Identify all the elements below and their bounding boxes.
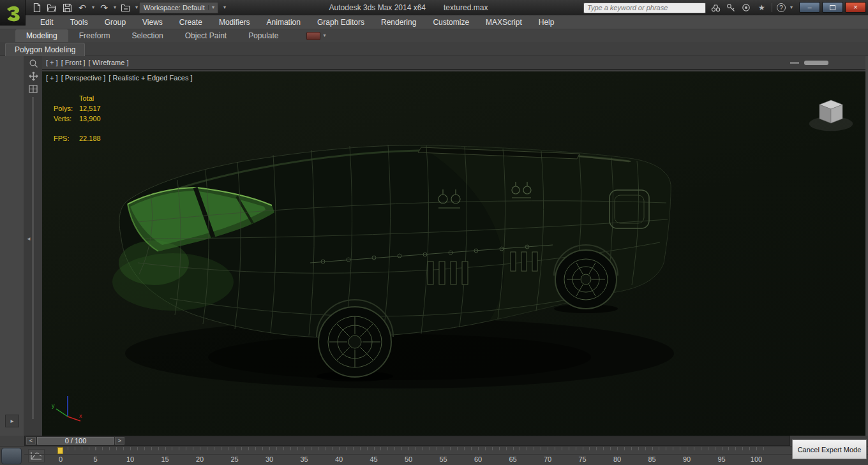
maximize-button[interactable]	[822, 2, 843, 13]
time-slider-bar: < 0 / 100 >	[0, 436, 868, 446]
maximize-viewport-icon[interactable]	[27, 57, 40, 69]
front-view-menu[interactable]: [ Front ]	[61, 59, 86, 66]
menu-modifiers[interactable]: Modifiers	[211, 15, 258, 29]
trackbar-tick-15: 15	[161, 455, 168, 463]
project-folder-caret-icon[interactable]: ▾	[135, 5, 138, 10]
trackbar-tick-5: 5	[93, 455, 97, 463]
mini-curve-editor-button[interactable]	[28, 449, 45, 462]
viewport-divider-handle[interactable]	[804, 61, 828, 65]
infocenter-separator	[772, 3, 772, 12]
stats-polys-value: 12,517	[79, 103, 101, 114]
perspective-view-menu[interactable]: [ Perspective ]	[61, 74, 106, 82]
undo-history-caret-icon[interactable]: ▾	[92, 5, 94, 10]
perspective-viewport[interactable]: [ + ] [ Perspective ] [ Realistic + Edge…	[42, 71, 865, 436]
help-caret-icon[interactable]: ▾	[790, 5, 793, 10]
menu-animation[interactable]: Animation	[258, 15, 309, 29]
redo-icon[interactable]: ↷	[98, 2, 110, 13]
expand-panel-button[interactable]: ►	[5, 415, 19, 427]
ribbon-tab-freeform[interactable]: Freeform	[68, 29, 121, 42]
trackbar-tick-40: 40	[335, 455, 343, 463]
menu-create[interactable]: Create	[171, 15, 211, 29]
populate-flyout-caret-icon: ▾	[324, 33, 326, 38]
perspective-shading-menu[interactable]: [ Realistic + Edged Faces ]	[108, 74, 192, 82]
stats-fps-label: FPS:	[54, 133, 79, 144]
project-folder-icon[interactable]	[120, 2, 131, 13]
front-maximize-menu[interactable]: [ + ]	[46, 59, 58, 66]
trackbar-tick-20: 20	[196, 455, 204, 463]
ribbon-tab-populate[interactable]: Populate	[237, 29, 289, 42]
ribbon-tab-selection[interactable]: Selection	[121, 29, 174, 42]
trackbar-tick-50: 50	[405, 455, 412, 463]
close-button[interactable]: ×	[845, 2, 866, 13]
viewport-statistics: Total Polys:12,517 Verts:13,900 FPS:22.1…	[54, 93, 101, 144]
window-title: Autodesk 3ds Max 2014 x64 textured.max	[243, 0, 574, 15]
viewport-divider-dash	[790, 62, 799, 64]
menu-customize[interactable]: Customize	[424, 15, 477, 29]
x-axis	[68, 417, 80, 421]
redo-history-caret-icon[interactable]: ▾	[114, 5, 116, 10]
menu-group[interactable]: Group	[96, 15, 134, 29]
toolbar-overflow-caret-icon[interactable]: ▾	[223, 5, 226, 10]
pan-view-icon[interactable]	[27, 70, 40, 82]
layout-tabs-scrollbar[interactable]	[32, 97, 34, 419]
ribbon-tab-object-paint[interactable]: Object Paint	[174, 29, 237, 42]
time-slider-track[interactable]: < 0 / 100 >	[24, 436, 790, 446]
cancel-expert-mode-button[interactable]: Cancel Expert Mode	[792, 439, 867, 459]
viewport-area: [ + ] [ Front ] [ Wireframe ]	[42, 56, 865, 436]
stats-total-label: Total	[79, 93, 101, 103]
trackbar-tick-80: 80	[613, 455, 621, 463]
perspective-maximize-menu[interactable]: [ + ]	[46, 74, 58, 82]
y-axis	[56, 409, 68, 417]
save-file-icon[interactable]	[61, 2, 73, 13]
stats-verts-label: Verts:	[54, 114, 79, 124]
menu-maxscript[interactable]: MAXScript	[477, 15, 530, 29]
trackbar-tick-85: 85	[648, 455, 655, 463]
front-viewport[interactable]: [ + ] [ Front ] [ Wireframe ]	[42, 56, 865, 70]
workspace-dropdown[interactable]: Workspace: Default ▾	[139, 2, 218, 13]
viewcube[interactable]	[807, 93, 855, 133]
open-file-name: textured.max	[444, 3, 488, 12]
window-controls: – ×	[799, 2, 866, 13]
minimize-button[interactable]: –	[799, 2, 820, 13]
search-binoculars-icon[interactable]	[710, 3, 721, 13]
menu-views[interactable]: Views	[134, 15, 171, 29]
undo-icon[interactable]: ↶	[77, 2, 88, 13]
track-bar[interactable]: 0510152025303540455055606570758085909510…	[0, 446, 868, 465]
layout-tabs-arrow-icon[interactable]: ◄	[26, 236, 31, 242]
stats-fps-value: 22.188	[79, 133, 101, 144]
populate-flyout[interactable]: ▾	[306, 29, 326, 42]
ribbon-tab-modeling[interactable]: Modeling	[15, 29, 68, 42]
menu-rendering[interactable]: Rendering	[373, 15, 424, 29]
stats-verts-value: 13,900	[79, 114, 101, 124]
world-axis-gizmo: y x	[51, 391, 84, 423]
subscription-center-icon[interactable]	[726, 3, 737, 13]
trackbar-tick-90: 90	[683, 455, 691, 463]
tab-polygon-modeling[interactable]: Polygon Modeling	[5, 43, 85, 56]
front-shading-menu[interactable]: [ Wireframe ]	[89, 59, 129, 66]
menu-edit[interactable]: Edit	[32, 15, 62, 29]
new-file-icon[interactable]	[31, 2, 42, 13]
menu-tools[interactable]: Tools	[62, 15, 96, 29]
time-slider-handle[interactable]: 0 / 100	[37, 437, 114, 445]
search-input[interactable]	[584, 4, 705, 11]
open-file-icon[interactable]	[46, 2, 57, 13]
trackbar-ruler	[61, 447, 764, 450]
perspective-viewport-label: [ + ] [ Perspective ] [ Realistic + Edge…	[46, 74, 193, 82]
previous-frame-button[interactable]: <	[26, 437, 36, 445]
menubar: EditToolsGroupViewsCreateModifiersAnimat…	[0, 15, 868, 29]
next-frame-button[interactable]: >	[115, 437, 124, 445]
workspace-caret-icon[interactable]: ▾	[208, 5, 218, 10]
help-icon[interactable]: ?	[777, 3, 786, 12]
application-menu-button[interactable]	[0, 0, 26, 26]
communication-center-icon[interactable]	[741, 3, 752, 13]
menu-help[interactable]: Help	[530, 15, 563, 29]
bus-model[interactable]	[42, 71, 865, 436]
trackbar-tick-75: 75	[578, 455, 586, 463]
infocenter: ★ ? ▾	[583, 2, 793, 13]
current-frame-marker[interactable]	[57, 447, 63, 454]
viewport-layouts-icon[interactable]	[27, 83, 40, 94]
maximize-icon	[830, 5, 835, 10]
infocenter-search-box[interactable]	[583, 3, 706, 13]
favorites-star-icon[interactable]: ★	[756, 3, 767, 13]
menu-graph-editors[interactable]: Graph Editors	[309, 15, 373, 29]
